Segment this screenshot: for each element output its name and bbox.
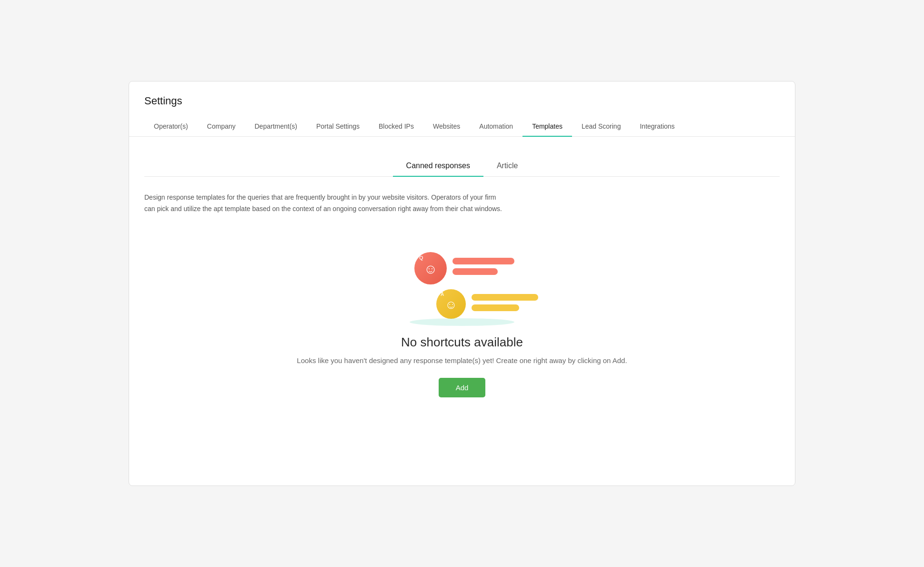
empty-title: No shortcuts available	[401, 335, 523, 350]
description-text: Design response templates for the querie…	[144, 192, 506, 215]
nav-tab-operators[interactable]: Operator(s)	[144, 117, 198, 137]
nav-tab-integrations[interactable]: Integrations	[630, 117, 684, 137]
line-medium-q	[452, 268, 498, 275]
illustration-base	[410, 318, 514, 326]
empty-state: ☺ ☺ No shortcuts availab	[144, 238, 780, 407]
sub-tab-article[interactable]: Article	[483, 156, 531, 177]
nav-tab-templates[interactable]: Templates	[522, 117, 572, 137]
add-button[interactable]: Add	[439, 378, 486, 397]
question-bubble: ☺	[414, 252, 447, 284]
page-header: Settings Operator(s)CompanyDepartment(s)…	[129, 81, 795, 137]
person-icon-a: ☺	[445, 298, 457, 312]
nav-tab-websites[interactable]: Websites	[423, 117, 470, 137]
person-icon-q: ☺	[424, 262, 438, 277]
nav-tab-departments[interactable]: Department(s)	[245, 117, 307, 137]
question-lines	[452, 258, 514, 275]
sub-tab-canned-responses[interactable]: Canned responses	[393, 156, 483, 177]
nav-tabs: Operator(s)CompanyDepartment(s)Portal Se…	[144, 117, 780, 136]
page-title: Settings	[144, 95, 780, 107]
line-long-q	[452, 258, 514, 264]
answer-bubble: ☺	[436, 289, 466, 319]
answer-lines	[472, 294, 538, 311]
line-medium-a	[472, 304, 519, 311]
nav-tab-lead-scoring[interactable]: Lead Scoring	[572, 117, 631, 137]
nav-tab-company[interactable]: Company	[198, 117, 245, 137]
nav-tab-portal-settings[interactable]: Portal Settings	[307, 117, 369, 137]
empty-description: Looks like you haven't designed any resp…	[297, 356, 627, 364]
line-long-a	[472, 294, 538, 301]
app-window: Settings Operator(s)CompanyDepartment(s)…	[129, 81, 795, 486]
nav-tab-automation[interactable]: Automation	[470, 117, 522, 137]
illustration: ☺ ☺	[395, 247, 529, 324]
page-content: Canned responsesArticle Design response …	[129, 137, 795, 426]
sub-tabs: Canned responsesArticle	[144, 156, 780, 177]
nav-tab-blocked-ips[interactable]: Blocked IPs	[369, 117, 423, 137]
